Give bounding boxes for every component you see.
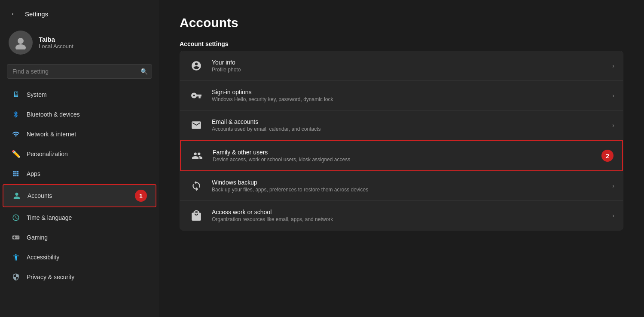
your-info-desc: Profile photo xyxy=(212,67,604,73)
time-icon xyxy=(11,213,21,222)
sign-in-name: Sign-in options xyxy=(212,89,604,95)
sidebar-item-label: Bluetooth & devices xyxy=(27,111,80,118)
email-arrow: › xyxy=(612,122,614,129)
setting-email[interactable]: Email & accounts Accounts used by email,… xyxy=(180,111,623,140)
email-icon xyxy=(189,117,204,133)
main-content: Accounts Account settings Your info Prof… xyxy=(159,0,644,317)
setting-your-info[interactable]: Your info Profile photo › xyxy=(180,51,623,81)
email-desc: Accounts used by email, calendar, and co… xyxy=(212,126,604,132)
backup-text: Windows backup Back up your files, apps,… xyxy=(212,179,604,193)
settings-list: Your info Profile photo › Sign-in option… xyxy=(180,51,623,231)
setting-work[interactable]: Access work or school Organization resou… xyxy=(180,201,623,230)
sidebar-item-system[interactable]: 🖥 System xyxy=(3,85,156,104)
sidebar-item-label: Time & language xyxy=(27,214,72,221)
sidebar-item-label: Apps xyxy=(27,170,40,177)
sidebar-item-bluetooth[interactable]: Bluetooth & devices xyxy=(3,105,156,124)
sign-in-icon xyxy=(189,88,204,103)
sidebar-item-accounts[interactable]: Accounts 1 xyxy=(3,184,156,207)
page-title: Accounts xyxy=(180,15,623,30)
family-icon xyxy=(189,148,205,163)
sidebar-header: ← Settings xyxy=(0,0,159,25)
work-arrow: › xyxy=(612,212,614,219)
family-desc: Device access, work or school users, kio… xyxy=(213,157,594,163)
work-desc: Organization resources like email, apps,… xyxy=(212,216,604,222)
gaming-icon xyxy=(11,233,21,242)
sign-in-text: Sign-in options Windows Hello, security … xyxy=(212,89,604,102)
section-label: Account settings xyxy=(180,40,623,47)
your-info-text: Your info Profile photo xyxy=(212,59,604,73)
email-name: Email & accounts xyxy=(212,118,604,125)
svg-point-1 xyxy=(15,44,26,49)
bluetooth-icon xyxy=(11,110,21,119)
your-info-arrow: › xyxy=(612,62,614,69)
accounts-badge: 1 xyxy=(135,190,147,202)
back-button[interactable]: ← xyxy=(7,8,21,20)
sign-in-arrow: › xyxy=(612,92,614,99)
work-icon xyxy=(189,208,204,223)
sidebar-item-label: Network & internet xyxy=(27,131,76,138)
sidebar-item-accessibility[interactable]: Accessibility xyxy=(3,248,156,267)
search-input[interactable] xyxy=(7,64,152,79)
sidebar-item-gaming[interactable]: Gaming xyxy=(3,228,156,247)
sidebar-item-personalization[interactable]: ✏️ Personalization xyxy=(3,145,156,163)
network-icon xyxy=(11,129,21,139)
sidebar-item-privacy[interactable]: Privacy & security xyxy=(3,268,156,286)
your-info-name: Your info xyxy=(212,59,604,66)
privacy-icon xyxy=(11,272,21,282)
backup-icon xyxy=(189,178,204,194)
user-name: Taiba xyxy=(39,36,73,43)
family-name: Family & other users xyxy=(213,149,594,156)
work-name: Access work or school xyxy=(212,209,604,215)
backup-name: Windows backup xyxy=(212,179,604,186)
accessibility-icon xyxy=(11,252,21,262)
avatar xyxy=(9,31,33,55)
work-text: Access work or school Organization resou… xyxy=(212,209,604,222)
sidebar-item-label: Gaming xyxy=(27,234,48,241)
sidebar-item-label: Privacy & security xyxy=(27,274,74,280)
setting-backup[interactable]: Windows backup Back up your files, apps,… xyxy=(180,171,623,201)
sidebar-item-apps[interactable]: Apps xyxy=(3,164,156,183)
svg-point-0 xyxy=(18,38,24,44)
personalization-icon: ✏️ xyxy=(11,149,21,159)
sign-in-desc: Windows Hello, security key, password, d… xyxy=(212,96,604,102)
sidebar-item-label: Accounts xyxy=(27,192,52,199)
system-icon: 🖥 xyxy=(11,90,21,99)
setting-sign-in[interactable]: Sign-in options Windows Hello, security … xyxy=(180,81,623,111)
sidebar-item-label: Personalization xyxy=(27,151,68,157)
user-info: Taiba Local Account xyxy=(39,36,73,49)
sidebar: ← Settings Taiba Local Account 🔍 🖥 Syste… xyxy=(0,0,159,317)
accounts-icon xyxy=(12,191,21,200)
sidebar-item-time[interactable]: Time & language xyxy=(3,208,156,227)
apps-icon xyxy=(11,169,21,179)
backup-desc: Back up your files, apps, preferences to… xyxy=(212,187,604,193)
family-badge: 2 xyxy=(601,150,613,162)
settings-title: Settings xyxy=(25,10,48,18)
sidebar-item-label: Accessibility xyxy=(27,254,59,261)
backup-arrow: › xyxy=(612,182,614,189)
sidebar-item-label: System xyxy=(27,91,47,98)
sidebar-item-network[interactable]: Network & internet xyxy=(3,125,156,144)
setting-family[interactable]: Family & other users Device access, work… xyxy=(180,140,623,171)
user-avatar-icon xyxy=(14,36,27,49)
user-profile: Taiba Local Account xyxy=(0,25,159,61)
your-info-icon xyxy=(189,58,204,74)
family-text: Family & other users Device access, work… xyxy=(213,149,594,163)
email-text: Email & accounts Accounts used by email,… xyxy=(212,118,604,132)
search-box: 🔍 xyxy=(7,64,152,79)
user-type: Local Account xyxy=(39,43,73,49)
